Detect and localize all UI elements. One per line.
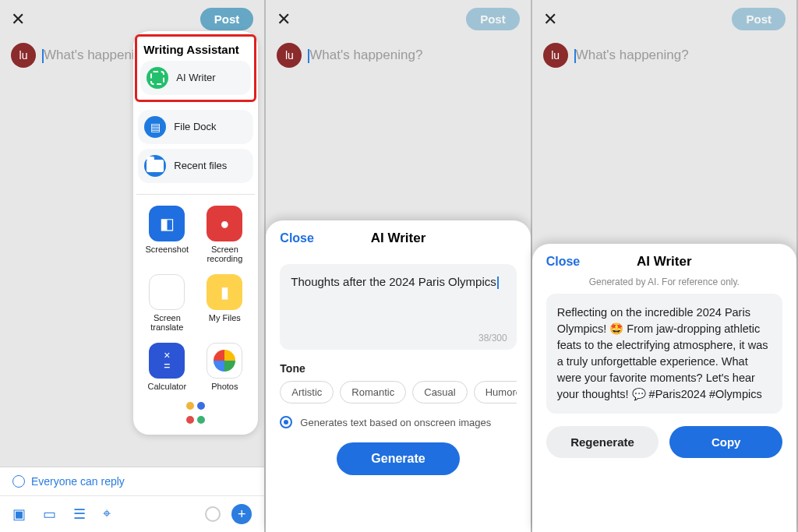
post-button[interactable]: Post xyxy=(466,8,520,30)
location-icon[interactable]: ⌖ xyxy=(103,506,111,523)
tool-my-files[interactable]: ▮ My Files xyxy=(199,274,250,332)
tool-screen-recording[interactable]: ● Screen recording xyxy=(199,206,250,263)
regenerate-button[interactable]: Regenerate xyxy=(546,426,659,458)
compose-input[interactable]: What's happening? xyxy=(576,48,689,63)
ai-disclaimer: Generated by AI. For reference only. xyxy=(546,277,782,287)
compose-placeholder: What's happening? xyxy=(309,48,422,62)
compose-header: ✕ Post xyxy=(532,0,796,38)
tone-chip-casual[interactable]: Casual xyxy=(412,381,467,403)
tool-screen-translate[interactable]: A Screen translate xyxy=(141,274,192,332)
close-button[interactable]: ✕ xyxy=(11,9,25,30)
copy-button[interactable]: Copy xyxy=(669,426,782,458)
gif-icon[interactable]: ▭ xyxy=(43,506,56,523)
calculator-icon: ×= xyxy=(149,343,185,379)
tone-chip-artistic[interactable]: Artistic xyxy=(280,381,334,403)
reply-scope[interactable]: Everyone can reply xyxy=(0,467,264,495)
globe-icon xyxy=(12,475,25,488)
tool-label: Screen recording xyxy=(199,245,250,263)
compose-row: lu What's happening? xyxy=(266,38,530,72)
compose-input[interactable]: What's happenin xyxy=(44,48,142,63)
result-text: Reflecting on the incredible 2024 Paris … xyxy=(546,294,782,414)
close-button[interactable]: ✕ xyxy=(543,9,557,30)
text-cursor xyxy=(497,277,499,289)
avatar: lu xyxy=(11,43,36,68)
screen-recording-icon: ● xyxy=(207,206,242,241)
file-dock-item[interactable]: ▤ File Dock xyxy=(138,110,253,144)
phone-screen-2: ✕ Post lu What's happening? Close AI Wri… xyxy=(266,0,531,532)
recent-files-item[interactable]: Recent files xyxy=(138,149,253,183)
tone-chip-romantic[interactable]: Romantic xyxy=(340,381,406,403)
text-cursor xyxy=(42,49,44,63)
screenshot-icon: ◧ xyxy=(149,206,185,241)
compose-placeholder: What's happenin xyxy=(44,48,142,62)
separator xyxy=(136,194,255,195)
tool-calculator[interactable]: ×= Calculator xyxy=(141,343,192,391)
tool-label: Calculator xyxy=(148,382,187,391)
phone-screen-1: ✕ Post lu What's happenin Everyone can r… xyxy=(0,0,266,532)
avatar: lu xyxy=(543,43,568,68)
add-thread-button[interactable]: + xyxy=(231,504,252,524)
phone-screen-3: ✕ Post lu What's happening? Close AI Wri… xyxy=(532,0,798,532)
result-actions: Regenerate Copy xyxy=(546,426,782,458)
avatar: lu xyxy=(277,43,302,68)
tone-chip-humorous[interactable]: Humorous xyxy=(474,381,517,403)
ai-writer-icon xyxy=(147,67,168,89)
tool-label: Photos xyxy=(211,382,238,391)
file-dock-label: File Dock xyxy=(174,122,216,132)
ai-writer-sheet: Close AI Writer Thoughts after the 2024 … xyxy=(266,220,530,532)
compose-row: lu What's happening? xyxy=(532,38,796,72)
compose-input[interactable]: What's happening? xyxy=(309,48,422,63)
post-button[interactable]: Post xyxy=(200,8,254,30)
compose-header: ✕ Post xyxy=(266,0,530,38)
ai-writer-result-sheet: Close AI Writer Generated by AI. For ref… xyxy=(532,244,796,532)
text-cursor xyxy=(574,49,576,63)
poll-icon[interactable]: ☰ xyxy=(73,506,86,523)
tool-photos[interactable]: Photos xyxy=(199,343,250,391)
checkbox-label: Generates text based on onscreen images xyxy=(300,417,491,428)
tone-chips: Artistic Romantic Casual Humorous Em xyxy=(280,381,516,403)
image-icon[interactable]: ▣ xyxy=(12,506,26,523)
prompt-input[interactable]: Thoughts after the 2024 Paris Olympics 3… xyxy=(280,264,516,350)
prompt-text: Thoughts after the 2024 Paris Olympics xyxy=(291,275,496,288)
file-dock-icon: ▤ xyxy=(144,116,166,138)
char-counter-ring xyxy=(205,506,221,522)
tool-screenshot[interactable]: ◧ Screenshot xyxy=(141,206,192,263)
panel-title: Writing Assistant xyxy=(140,41,251,61)
writing-assistant-panel: Writing Assistant AI Writer ▤ File Dock … xyxy=(133,31,258,435)
tone-label: Tone xyxy=(280,362,516,375)
tool-label: Screenshot xyxy=(146,245,189,254)
app-dots xyxy=(138,396,253,410)
sheet-title: AI Writer xyxy=(280,231,516,246)
radio-icon xyxy=(280,416,292,428)
tool-label: Screen translate xyxy=(141,313,192,332)
text-cursor xyxy=(308,49,309,63)
compose-placeholder: What's happening? xyxy=(576,48,689,62)
reply-scope-label: Everyone can reply xyxy=(31,475,125,488)
char-counter: 38/300 xyxy=(478,333,507,344)
photos-icon xyxy=(207,343,242,379)
sheet-title: AI Writer xyxy=(546,254,782,270)
tools-grid: ◧ Screenshot ● Screen recording A Screen… xyxy=(138,206,253,391)
ai-writer-item[interactable]: AI Writer xyxy=(140,61,251,95)
recent-files-icon xyxy=(144,155,166,177)
tool-label: My Files xyxy=(209,313,241,322)
close-button[interactable]: ✕ xyxy=(277,9,291,30)
compose-toolbar: ▣ ▭ ☰ ⌖ + xyxy=(0,495,264,532)
ai-writer-label: AI Writer xyxy=(176,72,215,83)
my-files-icon: ▮ xyxy=(207,274,242,310)
post-button[interactable]: Post xyxy=(732,8,786,30)
highlight-box: Writing Assistant AI Writer xyxy=(135,34,256,102)
onscreen-images-toggle[interactable]: Generates text based on onscreen images xyxy=(280,416,516,428)
generate-button[interactable]: Generate xyxy=(337,442,459,475)
recent-files-label: Recent files xyxy=(174,160,227,171)
app-dots-2 xyxy=(138,414,253,424)
screen-translate-icon: A xyxy=(149,274,185,310)
